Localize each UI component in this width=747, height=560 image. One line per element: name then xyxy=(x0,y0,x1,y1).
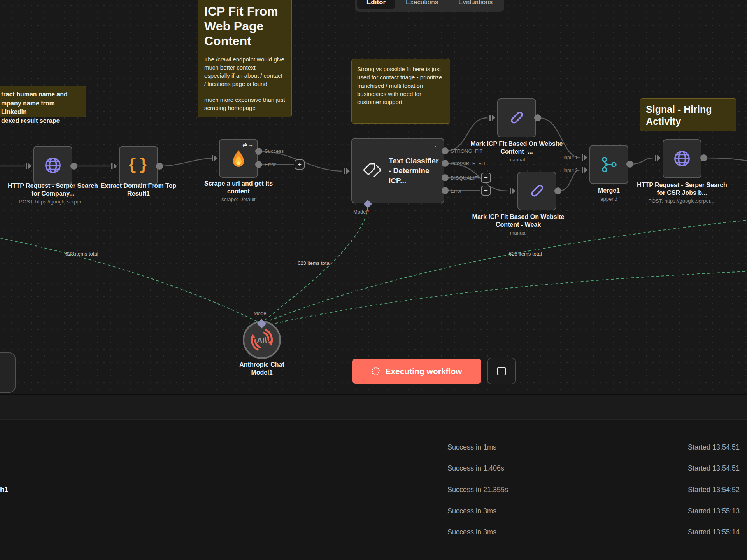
node-title: Merge1 xyxy=(578,187,640,194)
node-title: Anthropic Chat Model1 xyxy=(229,361,295,376)
node-subtitle: manual xyxy=(472,230,565,236)
tab-evaluations[interactable]: Evaluations xyxy=(449,0,502,9)
tab-editor[interactable]: Editor xyxy=(357,0,395,9)
tab-executions[interactable]: Executions xyxy=(396,0,447,9)
node-subtitle: append xyxy=(578,196,640,202)
log-node-name: h1 xyxy=(0,486,8,494)
output-port-error[interactable] xyxy=(255,161,262,168)
output-port[interactable] xyxy=(156,163,163,170)
output-port-disqualify[interactable] xyxy=(442,174,449,181)
output-port[interactable] xyxy=(700,154,707,161)
sticky-note-linkedin[interactable]: tract human name and mpany name from Lin… xyxy=(0,86,86,117)
anthropic-chat-icon: AI\ xyxy=(249,327,275,353)
log-row[interactable]: Success in 3ms Started 13:55:14 xyxy=(0,528,747,544)
sticky-icp-para1: The /crawl endpoint would give much bett… xyxy=(204,55,285,88)
retry-icon: ⇄ xyxy=(242,142,248,148)
pencil-icon xyxy=(528,182,546,200)
node-http-request-csr[interactable] xyxy=(663,139,701,178)
input-label-1: Input 1 xyxy=(563,155,578,160)
add-node-plus-button[interactable]: + xyxy=(295,159,305,170)
sticky-note-icp-fit[interactable]: ICP Fit From Web Page Content The /crawl… xyxy=(198,0,292,117)
edge-items-label-1: 623 items total xyxy=(65,251,98,257)
workflow-canvas[interactable]: tract human name and mpany name from Lin… xyxy=(0,0,747,394)
edge-items-label-3: 623 items total xyxy=(509,251,542,257)
sticky-linkedin-line1: tract human name and xyxy=(1,91,68,98)
node-title: Mark ICP Fit Based On Website Content - … xyxy=(472,213,565,228)
node-title: Extract Domain From Top Result1 xyxy=(92,182,185,197)
model-output-label: Model xyxy=(254,310,267,316)
model-link-right-lower xyxy=(265,271,747,326)
n8n-workflow-editor: tract human name and mpany name from Lin… xyxy=(0,0,747,560)
node-subtitle: manual xyxy=(470,157,563,163)
execution-log-panel: Success in 1ms Started 13:54:51 Success … xyxy=(0,394,747,560)
output-port-success[interactable] xyxy=(255,148,262,155)
globe-icon xyxy=(44,156,62,174)
output-port[interactable] xyxy=(554,187,561,194)
output-label-error: Error xyxy=(451,188,462,194)
spinner-icon xyxy=(372,367,380,375)
output-port-error[interactable] xyxy=(442,187,449,194)
input-arrow xyxy=(212,155,218,162)
sticky-note-signal[interactable]: Signal - Hiring Activity xyxy=(640,98,736,131)
node-title: Mark ICP Fit Based On Website Content -.… xyxy=(470,140,563,155)
log-status: Success in 21.355s xyxy=(447,486,508,494)
add-node-plus-button[interactable]: + xyxy=(481,173,491,183)
log-status: Success in 3ms xyxy=(447,528,496,536)
globe-icon xyxy=(673,150,691,168)
continue-arrow-icon: → xyxy=(431,142,438,149)
sticky-icp-para2: much more expensive than just scraping h… xyxy=(204,96,285,112)
input-arrow xyxy=(26,163,32,170)
node-extract-domain[interactable]: {} xyxy=(119,146,158,185)
classifier-inline-title: Text Classifier - Determine ICP... xyxy=(389,156,443,186)
input-arrow-1 xyxy=(582,154,588,161)
node-http-request-company[interactable] xyxy=(33,146,72,185)
log-row[interactable]: Success in 3ms Started 13:55:13 xyxy=(0,507,747,523)
model-input-label: Model* xyxy=(353,209,369,215)
sticky-triage-body: Strong vs possible fit here is just used… xyxy=(357,65,444,106)
executing-workflow-button[interactable]: Executing workflow xyxy=(352,359,481,384)
sticky-note-triage[interactable]: Strong vs possible fit here is just used… xyxy=(351,59,450,124)
view-tabbar: Editor Executions Evaluations xyxy=(355,0,504,12)
node-mark-icp-strong[interactable] xyxy=(497,98,536,137)
log-started: Started 13:54:51 xyxy=(688,464,740,472)
output-port[interactable] xyxy=(70,163,77,170)
log-row[interactable]: Success in 1.406s Started 13:54:51 xyxy=(0,464,747,481)
log-row[interactable]: h1 Success in 21.355s Started 13:54:52 xyxy=(0,486,747,502)
input-arrow xyxy=(655,154,661,161)
add-node-plus-button[interactable]: + xyxy=(481,186,491,196)
node-scrape-url[interactable]: ⇄→ xyxy=(219,139,258,178)
stop-icon xyxy=(497,367,506,375)
output-port-possiblefit[interactable] xyxy=(442,160,449,167)
model-link-left xyxy=(0,238,260,323)
output-label-success: Success xyxy=(265,148,284,154)
log-status: Success in 1ms xyxy=(447,443,496,452)
input-arrow xyxy=(489,114,496,121)
output-port-strongfit[interactable] xyxy=(442,147,449,154)
node-text-classifier[interactable]: → Text Classifier - Determine ICP... xyxy=(351,138,444,203)
node-subtitle: POST: https://google.serper.... xyxy=(635,198,729,204)
input-arrow xyxy=(111,163,117,170)
pencil-icon xyxy=(508,109,526,127)
fire-icon xyxy=(230,149,247,167)
log-started: Started 13:54:51 xyxy=(688,443,740,452)
node-title: HTTP Request - Serper Search for Company… xyxy=(6,182,100,197)
connection-merge-to-csr xyxy=(631,158,653,164)
svg-text:AI\: AI\ xyxy=(257,336,267,345)
node-partial-left-edge[interactable] xyxy=(0,352,16,393)
input-label-2: Input 2 xyxy=(563,168,578,173)
node-merge[interactable] xyxy=(589,145,628,184)
edge-items-label-2: 623 items total xyxy=(298,260,331,266)
node-mark-icp-weak[interactable] xyxy=(517,172,556,210)
braces-icon: {} xyxy=(128,157,149,174)
log-row[interactable]: Success in 1ms Started 13:54:51 xyxy=(0,443,747,460)
log-started: Started 13:55:14 xyxy=(688,528,740,536)
stop-execution-button[interactable] xyxy=(487,358,516,384)
output-port[interactable] xyxy=(534,114,541,121)
log-started: Started 13:55:13 xyxy=(688,507,740,515)
node-subtitle: scrape: Default xyxy=(198,196,279,202)
output-label-error: Error xyxy=(265,161,276,167)
output-port[interactable] xyxy=(626,161,633,168)
merge-icon xyxy=(600,155,618,174)
input-arrow xyxy=(510,187,516,194)
executing-workflow-label: Executing workflow xyxy=(385,367,462,376)
